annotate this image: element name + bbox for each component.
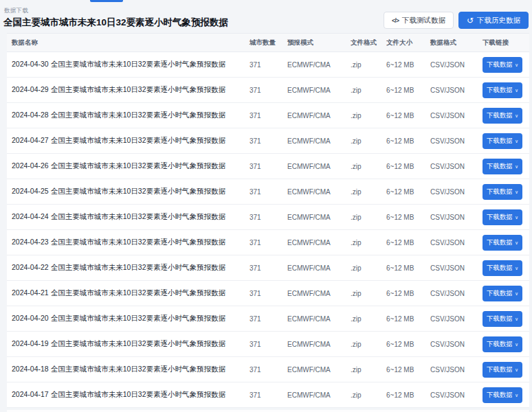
cell-file-size: 6~12 MB bbox=[381, 87, 425, 94]
cell-download-link: 下载数据∨ bbox=[477, 82, 529, 98]
download-test-data-label: 下载测试数据 bbox=[402, 16, 445, 25]
cell-name: 2024-04-28 全国主要城市城市未来10日32要素逐小时气象预报数据 bbox=[7, 111, 244, 120]
cell-file-size: 6~12 MB bbox=[381, 112, 425, 119]
cell-data-format: CSV/JSON bbox=[425, 391, 477, 399]
chevron-down-icon: ∨ bbox=[515, 291, 518, 297]
cell-file-format: .zip bbox=[345, 87, 381, 94]
download-data-button[interactable]: 下载数据∨ bbox=[483, 133, 522, 149]
chevron-down-icon: ∨ bbox=[515, 317, 518, 322]
column-header: 文件格式 bbox=[345, 38, 381, 47]
cell-download-link: 下载数据∨ bbox=[477, 362, 529, 378]
table-row: 2024-04-20 全国主要城市城市未来10日32要素逐小时气象预报数据371… bbox=[7, 306, 529, 332]
download-data-button[interactable]: 下载数据∨ bbox=[483, 387, 522, 403]
cell-file-format: .zip bbox=[345, 366, 381, 374]
cell-file-size: 6~12 MB bbox=[381, 239, 425, 247]
cell-data-format: CSV/JSON bbox=[425, 61, 477, 69]
cell-file-format: .zip bbox=[345, 391, 381, 399]
cell-model: ECMWF/CMA bbox=[282, 163, 345, 170]
download-data-label: 下载数据 bbox=[487, 264, 513, 273]
chevron-down-icon: ∨ bbox=[515, 164, 518, 170]
cell-file-format: .zip bbox=[345, 264, 381, 272]
table-row: 2024-04-26 全国主要城市城市未来10日32要素逐小时气象预报数据371… bbox=[7, 154, 529, 179]
cell-name: 2024-04-21 全国主要城市城市未来10日32要素逐小时气象预报数据 bbox=[7, 288, 244, 298]
chevron-down-icon: ∨ bbox=[515, 113, 518, 119]
cell-file-format: .zip bbox=[345, 214, 381, 221]
download-data-label: 下载数据 bbox=[487, 340, 513, 349]
cell-file-size: 6~12 MB bbox=[381, 214, 425, 221]
cell-file-format: .zip bbox=[345, 315, 381, 323]
download-data-label: 下载数据 bbox=[487, 238, 513, 247]
cell-download-link: 下载数据∨ bbox=[477, 286, 529, 301]
cell-data-format: CSV/JSON bbox=[425, 112, 477, 119]
cell-download-link: 下载数据∨ bbox=[477, 260, 529, 276]
download-data-button[interactable]: 下载数据∨ bbox=[483, 108, 522, 124]
cell-model: ECMWF/CMA bbox=[282, 290, 345, 297]
cell-file-size: 6~12 MB bbox=[381, 163, 425, 170]
table-row: 2024-04-21 全国主要城市城市未来10日32要素逐小时气象预报数据371… bbox=[7, 281, 529, 306]
download-data-button[interactable]: 下载数据∨ bbox=[483, 209, 522, 225]
cell-name: 2024-04-22 全国主要城市城市未来10日32要素逐小时气象预报数据 bbox=[7, 263, 244, 273]
cell-file-size: 6~12 MB bbox=[381, 188, 425, 196]
cell-cities: 371 bbox=[244, 137, 282, 145]
cell-file-format: .zip bbox=[345, 290, 381, 297]
cell-download-link: 下载数据∨ bbox=[477, 209, 529, 225]
chevron-down-icon: ∨ bbox=[515, 190, 518, 195]
download-data-button[interactable]: 下载数据∨ bbox=[483, 336, 522, 352]
table-row: 2024-04-27 全国主要城市城市未来10日32要素逐小时气象预报数据371… bbox=[7, 128, 529, 154]
data-table-card: 数据名称城市数量预报模式文件格式文件大小数据格式下载链接 2024-04-30 … bbox=[7, 33, 529, 408]
table-row: 2024-04-18 全国主要城市城市未来10日32要素逐小时气象预报数据371… bbox=[7, 357, 529, 382]
download-data-button[interactable]: 下载数据∨ bbox=[483, 184, 522, 200]
cell-data-format: CSV/JSON bbox=[425, 290, 477, 297]
download-data-label: 下载数据 bbox=[487, 289, 513, 298]
cell-data-format: CSV/JSON bbox=[425, 188, 477, 196]
breadcrumb: 数据下载 bbox=[4, 7, 28, 15]
cell-model: ECMWF/CMA bbox=[282, 264, 345, 272]
cell-model: ECMWF/CMA bbox=[282, 137, 345, 145]
cell-file-size: 6~12 MB bbox=[381, 366, 425, 374]
chevron-down-icon: ∨ bbox=[515, 240, 518, 246]
cell-data-format: CSV/JSON bbox=[425, 87, 477, 94]
cell-download-link: 下载数据∨ bbox=[477, 57, 529, 73]
header-actions: </> 下载测试数据 ↺ 下载历史数据 bbox=[384, 12, 529, 29]
download-history-data-button[interactable]: ↺ 下载历史数据 bbox=[458, 12, 529, 29]
cell-model: ECMWF/CMA bbox=[282, 239, 345, 247]
cell-data-format: CSV/JSON bbox=[425, 264, 477, 272]
table-row: 2024-04-17 全国主要城市城市未来10日32要素逐小时气象预报数据371… bbox=[7, 382, 529, 408]
chevron-down-icon: ∨ bbox=[515, 62, 518, 68]
download-data-button[interactable]: 下载数据∨ bbox=[483, 82, 522, 98]
download-data-button[interactable]: 下载数据∨ bbox=[483, 159, 522, 174]
cell-name: 2024-04-27 全国主要城市城市未来10日32要素逐小时气象预报数据 bbox=[7, 136, 244, 146]
cell-model: ECMWF/CMA bbox=[282, 87, 345, 94]
column-header: 城市数量 bbox=[244, 38, 282, 47]
cell-name: 2024-04-26 全国主要城市城市未来10日32要素逐小时气象预报数据 bbox=[7, 161, 244, 171]
table-row: 2024-04-19 全国主要城市城市未来10日32要素逐小时气象预报数据371… bbox=[7, 332, 529, 357]
cell-model: ECMWF/CMA bbox=[282, 188, 345, 196]
download-data-label: 下载数据 bbox=[487, 137, 513, 146]
cell-download-link: 下载数据∨ bbox=[477, 184, 529, 200]
cell-file-size: 6~12 MB bbox=[381, 315, 425, 323]
download-data-button[interactable]: 下载数据∨ bbox=[483, 260, 522, 276]
chevron-down-icon: ∨ bbox=[515, 215, 518, 220]
download-data-button[interactable]: 下载数据∨ bbox=[483, 286, 522, 301]
cell-file-size: 6~12 MB bbox=[381, 264, 425, 272]
column-header: 文件大小 bbox=[381, 38, 425, 47]
history-clock-icon: ↺ bbox=[467, 16, 474, 25]
cell-download-link: 下载数据∨ bbox=[477, 108, 529, 124]
cell-cities: 371 bbox=[244, 264, 282, 272]
download-data-button[interactable]: 下载数据∨ bbox=[483, 362, 522, 378]
table-row: 2024-04-30 全国主要城市城市未来10日32要素逐小时气象预报数据371… bbox=[7, 52, 529, 78]
download-data-label: 下载数据 bbox=[487, 391, 513, 400]
download-data-button[interactable]: 下载数据∨ bbox=[483, 311, 522, 327]
download-test-data-button[interactable]: </> 下载测试数据 bbox=[384, 12, 454, 29]
cell-name: 2024-04-24 全国主要城市城市未来10日32要素逐小时气象预报数据 bbox=[7, 212, 244, 222]
cell-download-link: 下载数据∨ bbox=[477, 159, 529, 174]
cell-file-size: 6~12 MB bbox=[381, 137, 425, 145]
cell-cities: 371 bbox=[244, 188, 282, 196]
download-data-button[interactable]: 下载数据∨ bbox=[483, 235, 522, 251]
table-row: 2024-04-23 全国主要城市城市未来10日32要素逐小时气象预报数据371… bbox=[7, 230, 529, 255]
download-data-button[interactable]: 下载数据∨ bbox=[483, 57, 522, 73]
cell-model: ECMWF/CMA bbox=[282, 61, 345, 69]
cell-download-link: 下载数据∨ bbox=[477, 336, 529, 352]
column-header: 数据名称 bbox=[7, 38, 244, 47]
cell-name: 2024-04-29 全国主要城市城市未来10日32要素逐小时气象预报数据 bbox=[7, 85, 244, 95]
